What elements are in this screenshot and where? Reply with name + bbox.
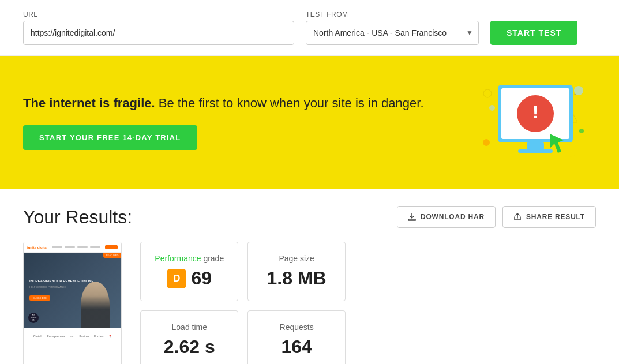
page-size-value: 1.8 MB — [267, 268, 327, 289]
fake-person-image — [81, 282, 110, 328]
fake-nav-link-3 — [77, 246, 88, 248]
results-section: Your Results: DOWNLOAD HAR SHARE RESULT … — [0, 189, 619, 364]
share-result-button[interactable]: SHARE RESULT — [502, 206, 596, 228]
performance-label-rest: grade — [201, 254, 224, 263]
test-from-label: Test from — [306, 10, 479, 18]
share-icon — [513, 213, 522, 221]
load-time-value: 2.62 s — [164, 336, 215, 358]
svg-text:!: ! — [532, 102, 539, 122]
svg-text:≈: ≈ — [574, 91, 577, 96]
location-select-wrapper: North America - USA - San Francisco Nort… — [306, 21, 479, 45]
fake-nav-bar: ignite digital — [24, 242, 121, 253]
url-label: URL — [23, 10, 294, 18]
share-result-label: SHARE RESULT — [526, 213, 585, 221]
banner-cta-button[interactable]: START YOUR FREE 14-DAY TRIAL — [23, 125, 197, 150]
logo-forbes: Forbes — [94, 335, 104, 338]
url-field-group: URL — [23, 10, 294, 45]
svg-point-3 — [483, 139, 490, 146]
results-title: Your Results: — [23, 207, 132, 228]
banner-headline-bold: The internet is fragile. — [23, 96, 155, 110]
map-pin-icon: 📍 — [108, 335, 112, 338]
fake-hero-btn: CLICK HERE — [29, 295, 50, 301]
fake-nav-link-4 — [90, 246, 100, 248]
results-actions: DOWNLOAD HAR SHARE RESULT — [397, 206, 596, 228]
fake-hero-title: INCREASING YOUR REVENUE ONLINE — [29, 279, 94, 284]
fake-nav-cta — [105, 245, 118, 249]
svg-point-1 — [489, 105, 495, 111]
logo-inc: Inc. — [70, 335, 75, 338]
svg-point-12 — [483, 89, 492, 97]
requests-value: 164 — [281, 336, 312, 358]
fake-nav-links — [52, 246, 100, 248]
test-from-field-group: Test from North America - USA - San Fran… — [306, 10, 479, 45]
promo-banner: The internet is fragile. Be the first to… — [0, 56, 619, 189]
load-time-label: Load time — [172, 322, 207, 332]
performance-grade-card: Performance grade D 69 — [140, 242, 238, 301]
fake-nav-link-1 — [52, 246, 62, 248]
svg-point-4 — [579, 129, 584, 133]
top-bar: URL Test from North America - USA - San … — [0, 0, 619, 56]
results-header: Your Results: DOWNLOAD HAR SHARE RESULT — [23, 206, 596, 228]
url-input[interactable] — [23, 21, 294, 45]
logo-partner: Partner — [79, 335, 89, 338]
banner-headline-normal: Be the first to know when your site is i… — [155, 96, 424, 110]
monitor-illustration: ! ≈ — [469, 73, 596, 171]
metrics-grid: Performance grade D 69 Page size 1.8 MB … — [140, 242, 346, 364]
grade-number: 69 — [191, 268, 212, 289]
results-cards: ignite digital INCREASING YOUR REVENUE O… — [23, 242, 596, 364]
performance-grade-value: D 69 — [167, 268, 212, 289]
screenshot-card: ignite digital INCREASING YOUR REVENUE O… — [23, 242, 122, 364]
fake-logo: ignite digital — [27, 246, 47, 249]
start-test-button[interactable]: START TEST — [490, 21, 577, 45]
logo-clutch: Clutch — [33, 335, 43, 338]
download-icon — [408, 213, 416, 221]
load-time-card: Load time 2.62 s — [140, 310, 238, 364]
fake-hero-section: INCREASING YOUR REVENUE ONLINE HELP YOUR… — [24, 253, 121, 328]
download-har-button[interactable]: DOWNLOAD HAR — [397, 206, 496, 228]
svg-rect-10 — [518, 149, 553, 153]
page-size-label: Page size — [279, 254, 314, 263]
download-har-label: DOWNLOAD HAR — [421, 213, 485, 221]
fake-nav-link-2 — [65, 246, 75, 248]
requests-card: Requests 164 — [247, 310, 346, 364]
orange-badge: FEATURED — [103, 253, 121, 258]
svg-point-13 — [569, 151, 575, 157]
grade-badge: D — [167, 269, 186, 288]
page-size-card: Page size 1.8 MB — [247, 242, 346, 301]
banner-content: The internet is fragile. Be the first to… — [23, 95, 469, 150]
as-seen-text: AS SEEN ON — [28, 313, 39, 323]
requests-label: Requests — [280, 322, 314, 332]
site-screenshot: ignite digital INCREASING YOUR REVENUE O… — [24, 242, 121, 363]
performance-grade-label: Performance grade — [155, 254, 224, 263]
svg-rect-9 — [527, 142, 544, 149]
location-select[interactable]: North America - USA - San Francisco Nort… — [306, 21, 479, 45]
performance-highlight: Performance — [155, 254, 201, 263]
banner-headline: The internet is fragile. Be the first to… — [23, 95, 469, 112]
monitor-svg: ! ≈ — [475, 73, 590, 171]
logo-entrepreneur: Entrepreneur — [47, 335, 65, 338]
as-seen-badge: AS SEEN ON — [28, 313, 39, 323]
fake-logos-section: Clutch Entrepreneur Inc. Partner Forbes … — [24, 328, 121, 345]
